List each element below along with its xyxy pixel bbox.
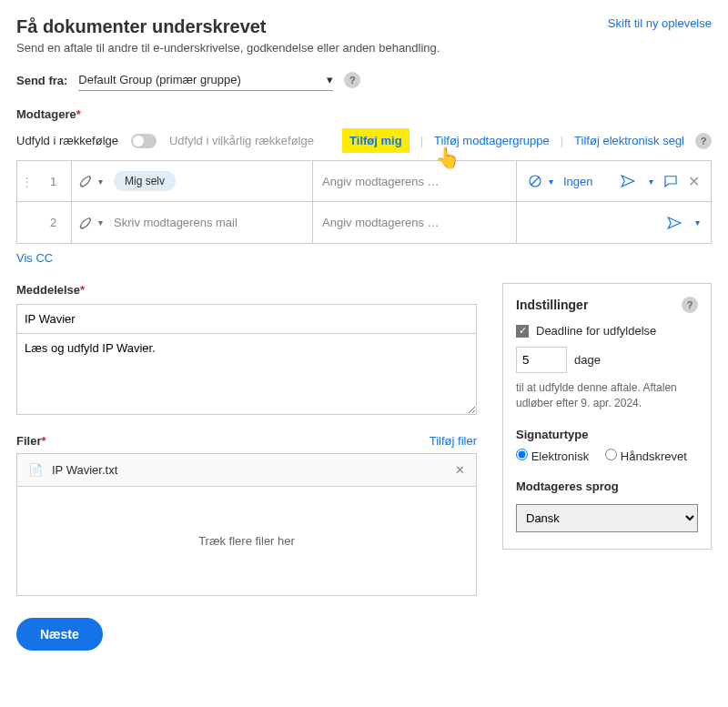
deadline-checkbox[interactable]: ✓ xyxy=(516,325,529,338)
add-seal-link[interactable]: Tilføj elektronisk segl xyxy=(574,134,684,147)
send-from-value: Default Group (primær gruppe) xyxy=(78,73,240,86)
language-title: Modtageres sprog xyxy=(516,480,698,493)
chevron-down-icon: ▾ xyxy=(327,73,333,86)
recipient-email[interactable]: Mig selv xyxy=(108,171,312,191)
deadline-fineprint: til at udfylde denne aftale. Aftalen udl… xyxy=(516,380,698,411)
recipient-name-input[interactable]: Angiv modtagerens … xyxy=(312,161,516,201)
days-suffix: dage xyxy=(574,353,601,367)
deadline-label: Deadline for udfyldelse xyxy=(536,324,656,338)
switch-experience-link[interactable]: Skift til ny oplevelse xyxy=(608,16,712,30)
recipient-row: ⋮ 1 ▾ Mig selv Angiv modtagerens … ▾ Ing… xyxy=(16,160,712,202)
recipient-email-input[interactable]: Skriv modtagerens mail xyxy=(108,216,312,229)
file-icon: 📄 xyxy=(28,463,43,477)
auth-method[interactable]: Ingen xyxy=(563,175,602,188)
order-strict-label: Udfyld i rækkefølge xyxy=(16,134,118,147)
order-toggle[interactable] xyxy=(131,134,157,148)
sig-electronic-radio[interactable]: Elektronisk xyxy=(516,449,589,463)
add-me-link[interactable]: Tilføj mig xyxy=(342,128,410,153)
send-icon[interactable] xyxy=(620,173,636,189)
remove-file-icon[interactable]: ✕ xyxy=(455,463,465,477)
sig-hand-radio[interactable]: Håndskrevet xyxy=(605,449,687,463)
file-item: 📄 IP Wavier.txt ✕ xyxy=(16,453,477,487)
page-title: Få dokumenter underskrevet xyxy=(16,16,440,37)
message-icon[interactable] xyxy=(662,173,679,189)
show-cc-link[interactable]: Vis CC xyxy=(16,251,53,265)
message-label: Meddelelse* xyxy=(16,283,477,297)
order-any-label: Udfyld i vilkårlig rækkefølge xyxy=(169,134,314,147)
send-icon[interactable] xyxy=(666,215,682,231)
file-name: IP Wavier.txt xyxy=(52,463,117,477)
recipient-number: 2 xyxy=(35,202,72,243)
help-icon[interactable]: ? xyxy=(682,297,698,313)
recipient-row: 2 ▾ Skriv modtagerens mail Angiv modtage… xyxy=(16,202,712,244)
next-button[interactable]: Næste xyxy=(16,618,103,651)
send-from-label: Send fra: xyxy=(16,74,67,87)
page-subtitle: Send en aftale til andre til e-underskri… xyxy=(16,41,440,55)
language-select[interactable]: Dansk xyxy=(516,504,698,532)
send-from-select[interactable]: Default Group (primær gruppe) ▾ xyxy=(78,69,333,91)
auth-icon-cell[interactable]: ▾ xyxy=(516,161,563,201)
self-chip: Mig selv xyxy=(114,171,176,191)
help-icon[interactable]: ? xyxy=(344,72,360,88)
no-seal-icon xyxy=(527,173,543,189)
role-selector[interactable]: ▾ xyxy=(72,215,108,231)
settings-title: Indstillinger xyxy=(516,298,588,312)
message-body-input[interactable]: Læs og udfyld IP Wavier. xyxy=(16,333,477,415)
add-recipient-group-link[interactable]: Tilføj modtagergruppe xyxy=(434,134,550,147)
remove-recipient-icon[interactable]: ✕ xyxy=(688,173,700,190)
file-dropzone[interactable]: Træk flere filer her xyxy=(16,487,477,596)
pen-icon xyxy=(78,215,95,231)
deadline-days-input[interactable] xyxy=(516,347,567,373)
recipients-label: Modtagere* xyxy=(16,107,712,121)
drag-handle-icon[interactable]: ⋮ xyxy=(17,175,35,188)
help-icon[interactable]: ? xyxy=(695,133,712,149)
pen-icon xyxy=(78,173,95,189)
recipient-name-input[interactable]: Angiv modtagerens … xyxy=(312,202,516,243)
signature-type-title: Signaturtype xyxy=(516,428,698,441)
add-files-link[interactable]: Tilføj filer xyxy=(430,434,477,448)
message-subject-input[interactable] xyxy=(16,304,477,334)
recipient-number: 1 xyxy=(35,161,72,201)
role-selector[interactable]: ▾ xyxy=(72,173,108,189)
settings-panel: Indstillinger ? ✓ Deadline for udfyldels… xyxy=(502,283,712,550)
files-label: Filer* xyxy=(16,434,46,448)
